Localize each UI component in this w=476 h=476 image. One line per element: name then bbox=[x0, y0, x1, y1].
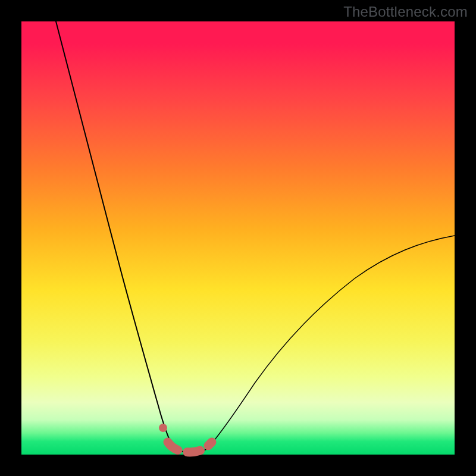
left-descent-curve bbox=[56, 21, 173, 447]
chart-svg bbox=[21, 21, 455, 455]
right-ascent-curve bbox=[206, 236, 455, 449]
bead-dot-isolated bbox=[159, 424, 167, 432]
bead-segment-valley bbox=[168, 442, 212, 452]
watermark-text: TheBottleneck.com bbox=[343, 4, 468, 20]
plot-area bbox=[21, 21, 455, 455]
outer-frame: TheBottleneck.com bbox=[0, 0, 476, 476]
